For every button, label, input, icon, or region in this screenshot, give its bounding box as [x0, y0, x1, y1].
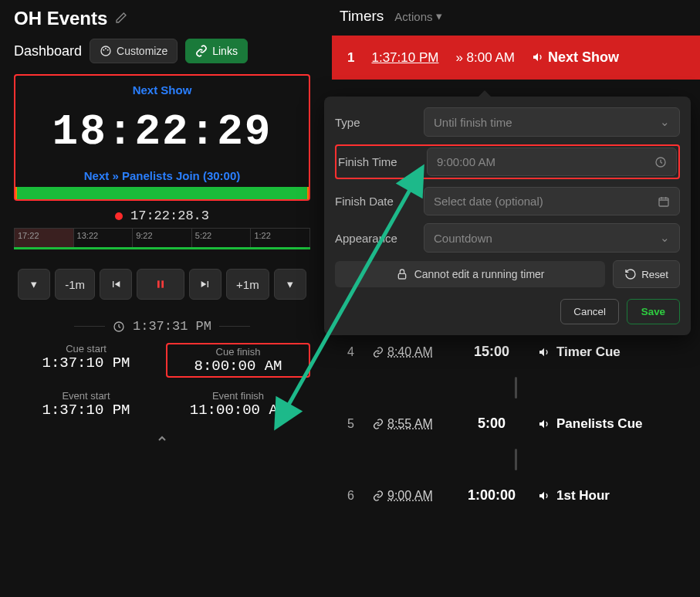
timer-row-num: 4 [347, 345, 357, 359]
timer-row-time[interactable]: 8:55 AM [372, 417, 445, 431]
clock-icon [654, 156, 667, 168]
cue-finish-label: Cue finish [171, 346, 306, 358]
type-select[interactable]: Until finish time ⌄ [424, 107, 680, 137]
countdown-time: 18:22:29 [23, 110, 301, 154]
timers-title: Timers [340, 8, 384, 25]
timer-row-name: Timer Cue [538, 344, 621, 360]
chevron-down-icon: ⌄ [660, 115, 670, 129]
current-time: 1:37:31 PM [133, 319, 211, 334]
next-button[interactable] [189, 269, 221, 300]
timer-edit-panel: Type Until finish time ⌄ Finish Time 9:0… [324, 97, 691, 335]
cue-start-value: 1:37:10 PM [14, 354, 158, 371]
event-start-label: Event start [14, 390, 158, 402]
countdown-box: Next Show 18:22:29 Next » Panelists Join… [14, 74, 310, 201]
reset-icon [624, 268, 637, 280]
finish-time-input[interactable]: 9:00:00 AM [427, 148, 677, 176]
cue-start-label: Cue start [14, 343, 158, 354]
timeline-tick: 9:22 [133, 229, 192, 247]
timer-row-name: Panelists Cue [538, 416, 643, 432]
actions-menu[interactable]: Actions ▾ [394, 9, 441, 23]
link-icon [372, 418, 384, 430]
svg-point-1 [103, 49, 104, 51]
timer-row-num: 5 [347, 417, 357, 431]
finish-time-label: Finish Time [338, 155, 427, 168]
skip-forward-menu-button[interactable]: ▾ [274, 269, 306, 300]
timeline-tick: 5:22 [192, 229, 252, 247]
event-start-value: 1:37:10 PM [14, 402, 158, 419]
timer-start-time[interactable]: 1:37:10 PM [371, 50, 438, 66]
cue-finish-value: 8:00:00 AM [171, 358, 306, 375]
warning-message: Cannot edit a running timer [335, 261, 605, 287]
svg-rect-5 [161, 280, 164, 287]
timer-row-duration: 1:00:00 [461, 487, 522, 504]
timer-connector [332, 377, 700, 399]
svg-point-2 [105, 48, 107, 49]
timer-row-name: 1st Hour [538, 488, 610, 504]
skip-back-menu-button[interactable]: ▾ [18, 269, 50, 300]
svg-point-3 [107, 49, 109, 51]
progress-bar [15, 187, 309, 199]
countdown-next[interactable]: Next » Panelists Join (30:00) [23, 169, 301, 182]
timer-finish-time: » 8:00 AM [455, 50, 515, 66]
page-title: OH Events [14, 8, 107, 29]
speaker-icon [538, 418, 550, 430]
timeline[interactable]: 17:22 13:22 9:22 5:22 1:22 [14, 228, 310, 249]
speaker-icon [532, 51, 544, 63]
tab-dashboard[interactable]: Dashboard [14, 43, 82, 59]
prev-button[interactable] [100, 269, 132, 300]
event-finish-value: 11:00:00 AM [166, 402, 310, 419]
reset-button[interactable]: Reset [613, 260, 680, 288]
speaker-icon [538, 490, 550, 502]
timer-connector [332, 449, 700, 470]
timer-number: 1 [347, 50, 354, 66]
clock-icon [113, 321, 125, 333]
link-icon [372, 490, 384, 502]
active-timer-banner[interactable]: 1 1:37:10 PM » 8:00 AM Next Show [332, 36, 700, 80]
record-icon [115, 212, 123, 220]
timer-row[interactable]: 5 8:55 AM 5:00 Panelists Cue [332, 399, 700, 449]
finish-date-input[interactable]: Select date (optional) [424, 187, 680, 215]
speaker-icon [538, 346, 550, 358]
svg-rect-8 [659, 198, 668, 206]
skip-back-icon [110, 278, 122, 290]
link-icon [372, 346, 384, 358]
timer-row[interactable]: 6 9:00 AM 1:00:00 1st Hour [332, 470, 700, 521]
timer-row-time[interactable]: 9:00 AM [372, 489, 445, 503]
links-button[interactable]: Links [185, 39, 248, 63]
countdown-label: Next Show [23, 83, 301, 97]
finish-date-label: Finish Date [335, 195, 424, 208]
cancel-button[interactable]: Cancel [560, 299, 619, 324]
chevron-up-icon [156, 432, 168, 445]
minus-1m-button[interactable]: -1m [55, 269, 95, 300]
pencil-icon[interactable] [115, 12, 127, 26]
timeline-tick: 13:22 [74, 229, 134, 247]
svg-rect-4 [157, 280, 160, 287]
timeline-tick: 17:22 [14, 229, 74, 247]
timer-row-time[interactable]: 8:40 AM [372, 345, 445, 359]
pause-button[interactable] [137, 269, 184, 300]
appearance-select[interactable]: Countdown ⌄ [424, 223, 680, 253]
save-button[interactable]: Save [627, 299, 680, 324]
timer-row-duration: 15:00 [461, 344, 522, 360]
timer-row-num: 6 [347, 489, 357, 503]
event-finish-label: Event finish [166, 390, 310, 402]
elapsed-time: 17:22:28.3 [130, 209, 209, 223]
palette-icon [100, 45, 112, 57]
collapse-button[interactable] [14, 432, 310, 447]
appearance-label: Appearance [335, 232, 424, 245]
calendar-icon [658, 195, 670, 208]
pause-icon [154, 278, 167, 290]
timer-name: Next Show [532, 49, 619, 66]
svg-rect-9 [398, 273, 405, 279]
timeline-tick: 1:22 [251, 229, 310, 247]
plus-1m-button[interactable]: +1m [226, 269, 269, 300]
chevron-down-icon: ⌄ [660, 231, 670, 245]
chevron-down-icon: ▾ [436, 9, 442, 23]
link-icon [195, 45, 208, 57]
timer-row-duration: 5:00 [461, 416, 522, 432]
customize-button[interactable]: Customize [90, 39, 178, 63]
skip-forward-icon [199, 278, 211, 290]
type-label: Type [335, 116, 424, 129]
lock-icon [396, 268, 408, 280]
